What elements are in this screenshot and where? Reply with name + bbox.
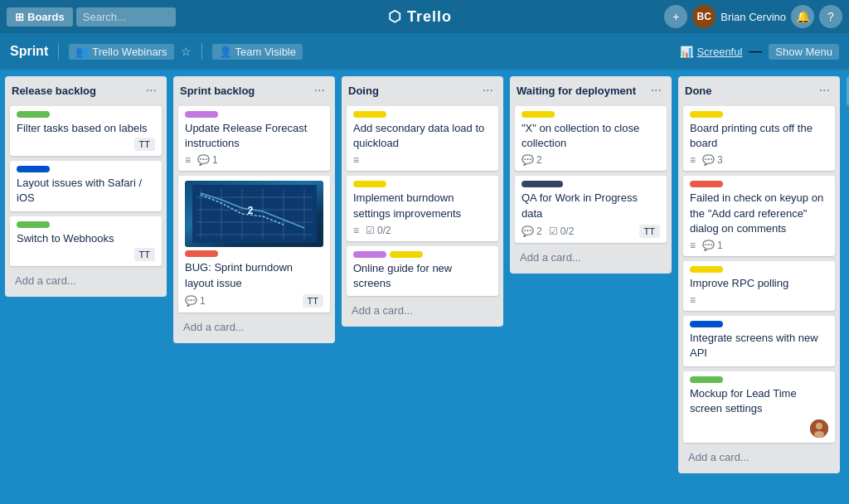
search-input[interactable] (76, 7, 176, 27)
card-bug-sprint[interactable]: 2 BUG: Sprint burndown layout issue 💬 1 … (178, 176, 330, 312)
list-doing: Doing ··· Add secondary data load to qui… (342, 76, 503, 327)
boards-label: Boards (27, 11, 65, 23)
checklist-progress: 0/2 (560, 225, 575, 237)
card-implement-burndown[interactable]: Implement burndown settings improvements… (347, 176, 498, 240)
show-menu-button[interactable]: Show Menu (769, 44, 839, 60)
list-menu-button[interactable]: ··· (143, 83, 160, 98)
list-cards: Add secondary data load to quickload ≡ I… (347, 106, 498, 296)
card-title: Update Release Forecast instructions (185, 121, 323, 151)
card-mockup-leadtime[interactable]: Mockup for Lead Time screen settings (683, 371, 835, 443)
divider2 (201, 43, 202, 60)
tt-button[interactable]: TT (134, 138, 155, 151)
label-purple (353, 251, 386, 258)
add-card-button[interactable]: Add a card... (515, 248, 667, 267)
add-card-button[interactable]: Add a card... (10, 271, 162, 290)
card-footer: ≡ ☑ 0/2 (353, 225, 492, 236)
list-sprint-backlog: Sprint backlog ··· Update Release Foreca… (173, 76, 335, 343)
team-visible-button[interactable]: 👤 Team Visible (212, 44, 303, 60)
checklist-count: ☑ 0/2 (366, 225, 391, 236)
comment-icon: 💬 (702, 240, 715, 251)
card-title: Implement burndown settings improvements (353, 191, 492, 220)
star-button[interactable]: ☆ (181, 45, 192, 58)
card-title: Improve RPC polling (690, 276, 828, 291)
user-menu[interactable]: BC Brian Cervino (692, 5, 786, 28)
card-title: Filter tasks based on labels (17, 121, 155, 136)
card-title: Mockup for Lead Time screen settings (690, 386, 828, 416)
card-update-release[interactable]: Update Release Forecast instructions ≡ 💬… (178, 106, 330, 171)
card-image: 2 (185, 181, 323, 247)
card-title: Layout issues with Safari / iOS (17, 176, 155, 206)
label-green (690, 376, 723, 383)
trello-webinars-button[interactable]: 👥 Trello Webinars (69, 44, 173, 60)
boards-button[interactable]: ⊞ Boards (7, 7, 73, 27)
comment-count: 💬 1 (702, 240, 723, 251)
comment-icon: 💬 (522, 225, 534, 237)
card-labels (690, 266, 828, 273)
add-button[interactable]: + (664, 5, 687, 28)
help-button[interactable]: ? (819, 5, 842, 28)
list-menu-button[interactable]: ··· (816, 83, 833, 98)
description-icon: ≡ (690, 154, 696, 166)
screenful-button[interactable]: 📊 Screenful (680, 46, 742, 58)
svg-text:2: 2 (247, 205, 253, 216)
comment-number: 1 (200, 295, 206, 307)
add-card-button[interactable]: Add a card... (178, 317, 330, 337)
card-title: Board printing cuts off the board (690, 121, 828, 151)
label-yellow (522, 111, 555, 118)
label-red (690, 181, 723, 187)
tt-button[interactable]: TT (639, 225, 660, 238)
card-footer (690, 419, 828, 438)
card-add-secondary[interactable]: Add secondary data load to quickload ≡ (347, 106, 498, 171)
label-blue (690, 321, 723, 327)
burndown-chart: 2 (192, 185, 317, 243)
comment-icon: 💬 (197, 154, 210, 166)
tt-button[interactable]: TT (134, 248, 155, 261)
card-title: QA for Work in Progress data (522, 191, 660, 220)
list-menu-button[interactable]: ··· (311, 83, 328, 98)
comment-number: 3 (717, 154, 723, 166)
team-visible-label: Team Visible (235, 46, 296, 58)
list-menu-button[interactable]: ··· (479, 83, 497, 98)
card-board-printing[interactable]: Board printing cuts off the board ≡ 💬 3 (683, 106, 835, 171)
add-card-button[interactable]: Add a card... (683, 448, 835, 467)
label-yellow (690, 266, 723, 273)
chart-icon: 📊 (680, 46, 693, 58)
description-indicator: ≡ (690, 154, 696, 166)
card-labels (17, 166, 155, 172)
card-labels (353, 111, 492, 118)
card-footer: ≡ 💬 3 (690, 154, 828, 166)
card-x-collection[interactable]: "X" on collection to close collection 💬 … (515, 106, 667, 171)
description-icon: ≡ (353, 225, 359, 236)
tt-button[interactable]: TT (303, 294, 323, 308)
label-green (17, 111, 50, 118)
list-title: Sprint backlog (180, 85, 255, 97)
comment-number: 2 (536, 225, 542, 237)
comment-count: 💬 2 (522, 225, 542, 237)
card-failed-check[interactable]: Failed in check on keyup on the "Add car… (683, 176, 835, 256)
card-integrate-screens[interactable]: Integrate screens with new API (683, 316, 835, 366)
description-indicator: ≡ (690, 240, 696, 251)
card-title: Online guide for new screens (353, 261, 492, 291)
add-card-button[interactable]: Add a card... (347, 301, 498, 320)
list-menu-button[interactable]: ··· (648, 83, 665, 98)
card-online-guide[interactable]: Online guide for new screens (347, 246, 498, 296)
card-labels (353, 181, 492, 187)
card-layout-issues[interactable]: Layout issues with Safari / iOS (10, 161, 162, 211)
description-icon: ≡ (690, 294, 696, 306)
card-footer: ≡ 💬 1 (690, 240, 828, 251)
divider (58, 43, 59, 60)
trello-logo: ⬡ Trello (179, 7, 661, 26)
card-filter-tasks[interactable]: Filter tasks based on labels TT (10, 106, 162, 156)
notifications-button[interactable]: 🔔 (791, 5, 814, 28)
description-icon: ≡ (353, 154, 359, 166)
comment-number: 1 (717, 240, 723, 251)
card-qa-work[interactable]: QA for Work in Progress data 💬 2 ☑ 0/2 T… (515, 176, 667, 242)
board-header-right: 📊 Screenful — Show Menu (680, 44, 839, 60)
card-improve-rpc[interactable]: Improve RPC polling ≡ (683, 261, 835, 311)
nav-right-area: + BC Brian Cervino 🔔 ? (664, 5, 842, 28)
svg-rect-0 (192, 185, 317, 243)
screenful-label: Screenful (696, 46, 742, 58)
card-switch-webhooks[interactable]: Switch to Webhooks TT (10, 216, 162, 266)
comment-number: 2 (536, 154, 542, 166)
description-indicator: ≡ (353, 225, 359, 236)
